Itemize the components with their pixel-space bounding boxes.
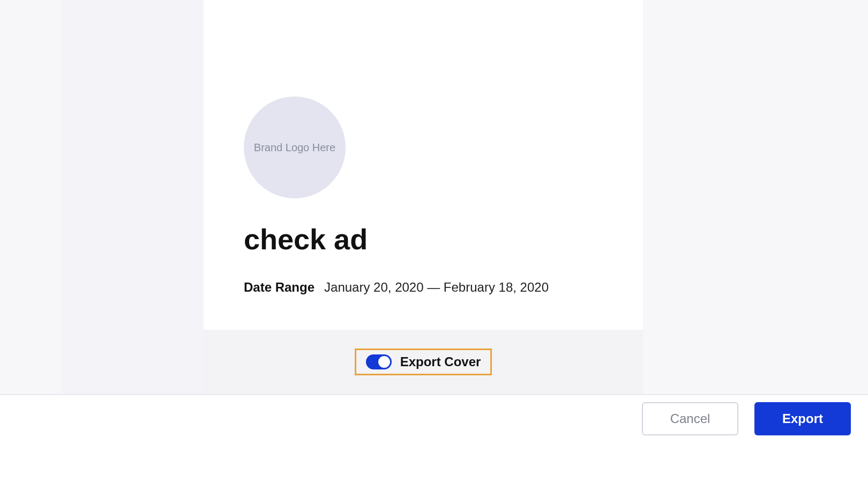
report-title: check ad bbox=[244, 223, 603, 256]
brand-logo-placeholder: Brand Logo Here bbox=[244, 97, 346, 198]
date-range-label: Date Range bbox=[244, 280, 315, 295]
date-range-value: January 20, 2020 — February 18, 2020 bbox=[324, 280, 549, 295]
export-cover-toggle[interactable] bbox=[366, 354, 392, 369]
left-panel bbox=[62, 0, 204, 394]
export-cover-label: Export Cover bbox=[400, 354, 481, 369]
modal-body: Brand Logo Here check ad Date Range Janu… bbox=[0, 0, 868, 394]
footer-bar: Cancel Export bbox=[0, 394, 868, 489]
toggle-bar: Export Cover bbox=[204, 330, 643, 394]
cancel-button[interactable]: Cancel bbox=[642, 402, 738, 435]
date-range-row: Date Range January 20, 2020 — February 1… bbox=[244, 280, 603, 295]
brand-logo-text: Brand Logo Here bbox=[254, 142, 335, 154]
export-button[interactable]: Export bbox=[754, 402, 851, 435]
toggle-knob bbox=[378, 356, 390, 368]
cover-preview: Brand Logo Here check ad Date Range Janu… bbox=[204, 0, 643, 330]
export-cover-highlight: Export Cover bbox=[355, 349, 492, 375]
right-panel bbox=[643, 0, 785, 394]
